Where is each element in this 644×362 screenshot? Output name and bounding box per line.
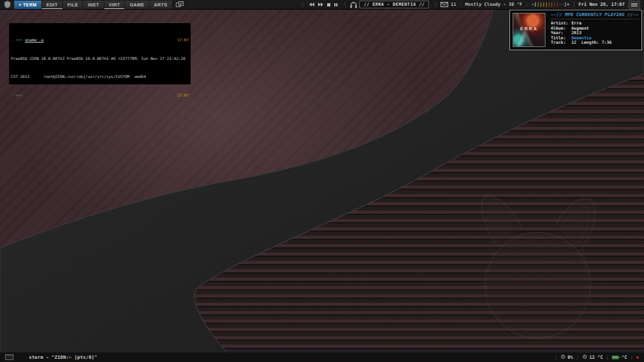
pager-icon: [176, 1, 184, 8]
tab-arts[interactable]: ARTS: [149, 1, 172, 9]
pause-icon: [334, 3, 336, 6]
mpd-album-row: Album:Augment: [551, 26, 639, 32]
top-bar: » TERM EDIT FILE INET VIRT GAME ARTS | |: [0, 0, 644, 10]
terminal-window[interactable]: 17:07- >>> uname -a FreeBSD ZION 10.0-BE…: [9, 23, 191, 84]
mail-icon: [440, 2, 448, 7]
taskbar-window-title[interactable]: xterm - "ZION:~ [pts/0]": [29, 355, 97, 360]
launcher-button[interactable]: [4, 1, 11, 8]
tab-term[interactable]: » TERM: [14, 1, 41, 9]
shield-icon: [4, 1, 11, 8]
terminal-line: 17:07- >>>: [11, 92, 189, 99]
bottom-bar: xterm - "ZION:~ [pts/0]" | ⚙ 0% | ⚙ 12 °…: [0, 352, 644, 362]
menu-icon: [631, 5, 638, 5]
fast-forward-icon: [321, 3, 323, 6]
terminal-icon: [5, 354, 14, 360]
weather-status: Mostly Cloudy - 30 °F: [465, 2, 522, 7]
tab-edit[interactable]: EDIT: [42, 1, 62, 9]
stop-button[interactable]: [327, 3, 330, 6]
stop-icon: [327, 3, 330, 6]
terminal-line: 17:07- >>> uname -a: [11, 37, 189, 43]
mpd-track-row: Track:12 Length: 7:36: [551, 41, 639, 46]
battery-temp: °C: [621, 355, 627, 360]
terminal-line: CST 2013 root@ZION:/usr/obj/usr/src/sys/…: [11, 73, 189, 80]
mpd-header: --// MPD CURRENTLY PLAYING //--: [551, 12, 639, 19]
mpd-widget: ERRA --// MPD CURRENTLY PLAYING //-- Art…: [509, 10, 642, 50]
tab-file[interactable]: FILE: [63, 1, 83, 9]
fast-forward-button[interactable]: [318, 3, 323, 6]
pause-button[interactable]: [334, 3, 338, 6]
desktop: » TERM EDIT FILE INET VIRT GAME ARTS | |: [0, 0, 644, 362]
tab-game[interactable]: GAME: [125, 1, 149, 9]
cpu-gear-icon: ⚙: [560, 354, 565, 360]
tab-virt[interactable]: VIRT: [104, 1, 125, 9]
tab-inet[interactable]: INET: [83, 1, 104, 9]
terminal-line: FreeBSD ZION 10.0-BETA3 FreeBSD 10.0-BET…: [11, 55, 189, 62]
status-line: | | // ERRA - DEMENTIA // | 11 | Mostly …: [298, 1, 644, 9]
cpu-usage: 0%: [567, 355, 573, 360]
battery-icon: [612, 356, 619, 359]
now-playing-badge: // ERRA - DEMENTIA //: [359, 1, 430, 8]
album-art: ERRA: [513, 13, 545, 47]
headphones-icon: [350, 1, 357, 8]
album-art-text: ERRA: [513, 26, 545, 31]
power-icon[interactable]: [636, 356, 639, 359]
mail-count: 11: [451, 2, 456, 7]
rewind-icon: [312, 3, 314, 6]
rewind-button[interactable]: [309, 3, 314, 6]
volume-indicator[interactable]: -[||||||||--]+: [531, 2, 569, 7]
clock: Fri Nov 29, 17:07: [578, 2, 625, 7]
pause-icon: [336, 3, 337, 6]
pager-button[interactable]: [176, 1, 184, 8]
cpu-temp: 12 °C: [589, 355, 603, 360]
menu-icon: [631, 6, 638, 6]
temp-gear-icon: ⚙: [582, 354, 587, 360]
menu-icon: [631, 3, 638, 4]
menu-button[interactable]: [629, 1, 640, 9]
